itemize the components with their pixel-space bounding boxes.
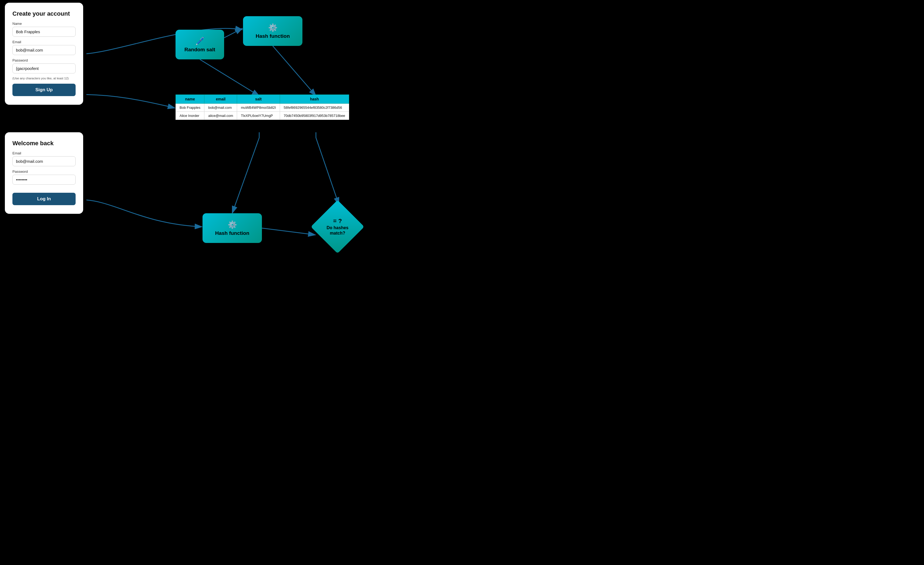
email-input-login[interactable] [12,156,76,166]
create-account-title: Create your account [12,10,76,17]
salt-icon: 🖊️ [195,37,205,46]
table-row: Bob Frapplesbob@mail.commuWB4WP8moiSb82I… [176,103,349,112]
table-cell: TlxXPL6oeiY7UmgP [237,112,280,120]
login-button[interactable]: Log In [12,193,76,205]
gear-icon-bottom: ⚙️ [228,220,237,229]
random-salt-box: 🖊️ Random salt [176,30,224,59]
password-label-create: Password [12,58,76,62]
hash-function-bottom-label: Hash function [215,230,249,236]
hash-function-top: ⚙️ Hash function [243,16,302,46]
col-email-header: email [204,95,237,103]
password-label-login: Password [12,169,76,174]
col-salt-header: salt [237,95,280,103]
diagram: 🖊️ Random salt ⚙️ Hash function name ema… [86,0,459,282]
email-label-create: Email [12,40,76,44]
password-group-create: Password [12,58,76,73]
name-label: Name [12,22,76,25]
create-account-card: Create your account Name Email Password … [5,3,83,105]
table-cell: 70db7450b95803f917d953b785718bee [280,112,349,120]
table-cell: bob@mail.com [204,103,237,112]
table-cell: Alice Inorder [176,112,204,120]
welcome-back-card: Welcome back Email Password Log In [5,132,83,214]
table-row: Alice Inorderalice@mail.comTlxXPL6oeiY7U… [176,112,349,120]
gear-icon-top: ⚙️ [268,23,278,32]
hash-function-bottom: ⚙️ Hash function [202,213,262,243]
diamond-label: Do hashesmatch? [327,225,349,237]
password-input-create[interactable] [12,63,76,73]
diamond-symbol: = ? [333,217,342,225]
table-cell: 58fef8692965544ef83580c2f7386d56 [280,103,349,112]
table-cell: alice@mail.com [204,112,237,120]
table-cell: muWB4WP8moiSb82I [237,103,280,112]
email-group-login: Email [12,151,76,166]
name-group: Name [12,22,76,37]
name-input[interactable] [12,27,76,37]
signup-button[interactable]: Sign Up [12,84,76,96]
password-group-login: Password [12,169,76,184]
table-cell: Bob Frapples [176,103,204,112]
email-input-create[interactable] [12,45,76,55]
col-name-header: name [176,95,204,103]
password-hint: (Use any characters you like, at least 1… [12,76,76,80]
col-hash-header: hash [280,95,349,103]
email-label-login: Email [12,151,76,155]
random-salt-label: Random salt [184,47,215,52]
password-input-login[interactable] [12,175,76,184]
do-hashes-match-diamond: = ? Do hashesmatch? [316,205,359,248]
database-table: name email salt hash Bob Frapplesbob@mai… [176,94,349,120]
hash-function-top-label: Hash function [256,33,290,39]
diamond-text: = ? Do hashesmatch? [316,205,359,248]
email-group-create: Email [12,40,76,55]
welcome-back-title: Welcome back [12,140,76,147]
